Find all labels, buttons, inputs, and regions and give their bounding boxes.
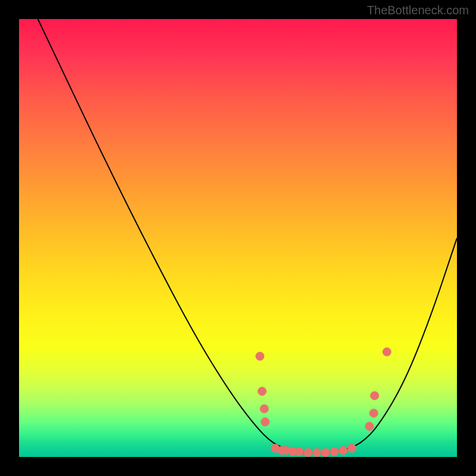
marker-dot bbox=[258, 387, 266, 396]
marker-dot bbox=[256, 352, 264, 361]
marker-dot bbox=[321, 449, 330, 457]
marker-dot bbox=[365, 422, 374, 430]
marker-dot bbox=[371, 392, 379, 400]
marker-dot bbox=[383, 347, 391, 356]
marker-dot bbox=[304, 449, 312, 457]
marker-group bbox=[256, 347, 391, 456]
marker-dot bbox=[330, 447, 339, 456]
watermark-text: TheBottleneck.com bbox=[367, 4, 469, 17]
chart-plot-area bbox=[19, 19, 457, 457]
marker-dot bbox=[295, 447, 303, 456]
marker-dot bbox=[369, 409, 378, 417]
chart-svg bbox=[19, 19, 457, 457]
marker-dot bbox=[347, 444, 356, 452]
marker-dot bbox=[261, 418, 270, 426]
marker-dot bbox=[339, 446, 347, 455]
marker-dot bbox=[312, 449, 321, 457]
bottleneck-curve bbox=[38, 19, 457, 453]
marker-dot bbox=[260, 405, 268, 413]
